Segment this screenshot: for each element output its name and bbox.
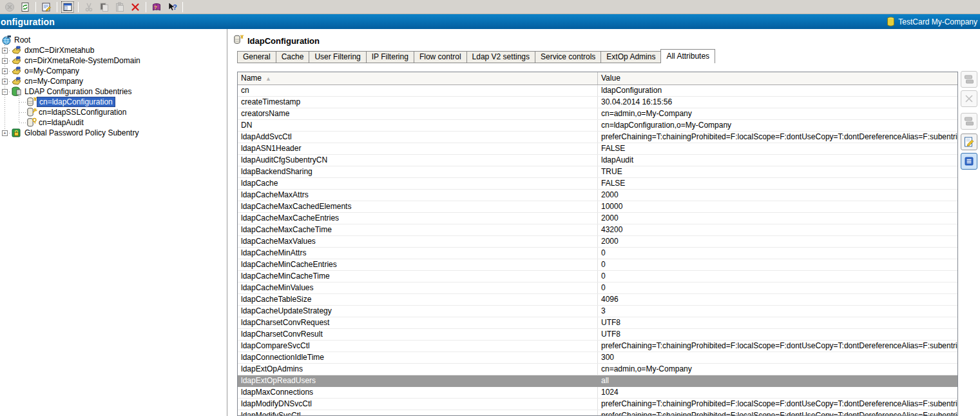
column-header-name[interactable]: Name▲ <box>238 72 598 84</box>
table-row[interactable]: ldapCacheMaxAttrs2000 <box>238 190 957 201</box>
attribute-name-cell: ldapCacheMinCacheTime <box>238 271 598 282</box>
domain-icon <box>11 66 22 76</box>
attribute-value-cell: UTF8 <box>598 317 957 328</box>
tab-cache[interactable]: Cache <box>276 51 310 63</box>
table-row[interactable]: ldapAuditCfgSubentryCNldapAudit <box>238 155 957 166</box>
table-row[interactable]: ldapCacheMinAttrs0 <box>238 248 957 259</box>
toolbar: ?? <box>0 0 980 14</box>
attribute-value-cell: cn=ldapConfiguration,o=My-Company <box>598 120 957 131</box>
attribute-value-cell: preferChaining=T:chainingProhibited=F:lo… <box>598 132 957 143</box>
table-row[interactable]: ldapCharsetConvRequestUTF8 <box>238 317 957 329</box>
table-row[interactable]: ldapCacheTableSize4096 <box>238 294 957 306</box>
table-row[interactable]: createTimestamp30.04.2014 16:15:56 <box>238 97 957 108</box>
help-book-icon: ? <box>151 2 162 12</box>
tab-ip-filtering[interactable]: IP Filtering <box>367 51 414 63</box>
table-row[interactable]: ldapCharsetConvResultUTF8 <box>238 329 957 341</box>
column-header-value[interactable]: Value <box>598 72 620 84</box>
table-row[interactable]: ldapCacheMinValues0 <box>238 282 957 294</box>
table-row[interactable]: cnldapConfiguration <box>238 85 957 97</box>
properties-button[interactable] <box>39 1 53 14</box>
table-row[interactable]: ldapModifyDNSvcCtlpreferChaining=T:chain… <box>238 399 957 410</box>
attribute-name-cell: ldapCompareSvcCtl <box>238 341 598 352</box>
delete-button[interactable] <box>128 1 142 14</box>
cut-button <box>82 1 96 14</box>
tab-flow-control[interactable]: Flow control <box>414 51 467 63</box>
table-row[interactable]: ldapCompareSvcCtlpreferChaining=T:chaini… <box>238 341 957 352</box>
table-row[interactable]: ldapCacheFALSE <box>238 178 957 190</box>
tab-user-filtering[interactable]: User Filtering <box>309 51 366 63</box>
table-row[interactable]: ldapCacheUpdateStrategy3 <box>238 306 957 317</box>
expander-plus-icon[interactable]: + <box>2 48 8 54</box>
attribute-name-cell: ldapAddSvcCtl <box>238 132 598 143</box>
root-icon <box>1 35 12 45</box>
tree-item-label: o=My-Company <box>23 66 81 76</box>
expander-plus-icon[interactable]: + <box>2 58 8 64</box>
copy-icon <box>99 2 110 12</box>
tree-item-global-password-policy-subentry[interactable]: +Global Password Policy Subentry <box>0 128 227 138</box>
tree-item-cn-ldapconfiguration[interactable]: cn=ldapConfiguration <box>0 97 227 107</box>
table-row[interactable]: ldapCacheMaxValues2000 <box>238 236 957 248</box>
tab-all-attributes[interactable]: All Attributes <box>660 49 715 63</box>
paste-icon <box>115 2 125 12</box>
expander-minus-icon[interactable]: − <box>2 89 8 95</box>
table-row[interactable]: ldapCacheMaxCacheTime43200 <box>238 224 957 236</box>
table-row[interactable]: ldapCacheMaxCacheEntries2000 <box>238 213 957 224</box>
attribute-value-cell: FALSE <box>598 178 957 189</box>
attribute-name-cell: ldapCharsetConvRequest <box>238 317 598 328</box>
table-row[interactable]: creatorsNamecn=admin,o=My-Company <box>238 108 957 120</box>
table-row[interactable]: ldapCacheMinCacheTime0 <box>238 271 957 282</box>
toolbar-separator <box>57 2 57 12</box>
tab-extop-admins[interactable]: ExtOp Admins <box>601 51 661 63</box>
attribute-name-cell: ldapCacheTableSize <box>238 294 598 305</box>
tree-item-o-my-company[interactable]: +o=My-Company <box>0 66 227 76</box>
details-icon <box>963 155 975 167</box>
tab-general[interactable]: General <box>237 51 276 63</box>
table-row[interactable]: ldapExtOpReadUsersall <box>238 375 957 387</box>
table-row[interactable]: ldapExtOpAdminscn=admin,o=My-Company <box>238 364 957 375</box>
table-row[interactable]: ldapASN1HeaderFALSE <box>238 143 957 155</box>
attribute-name-cell: ldapCache <box>238 178 598 189</box>
tree-item-cn-ldapsslconfiguration[interactable]: cn=ldapSSLConfiguration <box>0 107 227 117</box>
table-row[interactable]: ldapMaxConnections1024 <box>238 387 957 399</box>
tree-item-label: cn=My-Company <box>23 76 85 86</box>
cut-icon <box>84 2 94 12</box>
attribute-name-cell: ldapCacheMinAttrs <box>238 248 598 259</box>
toolbar-separator <box>182 2 183 12</box>
context-help-button[interactable]: ? <box>165 1 179 14</box>
rows-icon <box>963 74 975 85</box>
attribute-name-cell: ldapCacheMaxValues <box>238 236 598 247</box>
table-row[interactable]: ldapAddSvcCtlpreferChaining=T:chainingPr… <box>238 132 957 143</box>
tree-item-cn-ldapaudit[interactable]: cn=ldapAudit <box>0 117 227 128</box>
table-row[interactable]: DNcn=ldapConfiguration,o=My-Company <box>238 120 957 132</box>
tab-ldap-v2-settings[interactable]: Ldap V2 settings <box>467 51 535 63</box>
table-row[interactable]: ldapConnectionIdleTime300 <box>238 352 957 364</box>
details-view-button[interactable] <box>961 153 977 170</box>
window-layout-button[interactable] <box>61 1 75 14</box>
expander-plus-icon[interactable]: + <box>2 79 8 84</box>
tree-item-dxmc-dirxmetahub[interactable]: +dxmC=DirXmetahub <box>0 45 227 55</box>
tab-service-controls[interactable]: Service controls <box>535 51 601 63</box>
table-row[interactable]: ldapCacheMinCacheEntries0 <box>238 259 957 271</box>
help-book-button[interactable]: ? <box>149 1 164 14</box>
edit-attribute-button[interactable] <box>961 134 977 150</box>
disconnect-button <box>3 1 17 14</box>
attribute-name-cell: ldapCacheMinCacheEntries <box>238 259 598 270</box>
refresh-button[interactable] <box>18 1 32 14</box>
attribute-value-cell: 0 <box>598 259 957 270</box>
tree-item-ldap-configuration-subentries[interactable]: −LDAP Configuration Subentries <box>0 86 227 97</box>
expander-plus-icon[interactable]: + <box>2 130 8 136</box>
db-green-icon <box>11 86 22 97</box>
attribute-name-cell: ldapExtOpAdmins <box>238 364 598 375</box>
table-row[interactable]: ldapCacheMaxCachedElements10000 <box>238 201 957 213</box>
attribute-value-cell: preferChaining=T:chainingProhibited=F:lo… <box>598 410 957 416</box>
tree-item-cn-my-company[interactable]: +cn=My-Company <box>0 76 227 86</box>
tree-item-root[interactable]: Root <box>0 35 227 45</box>
attribute-value-cell: 43200 <box>598 224 957 235</box>
tree-item-cn-dirxmetarole-systemdomain[interactable]: +cn=DirXmetaRole-SystemDomain <box>0 55 227 66</box>
attribute-name-cell: ldapConnectionIdleTime <box>238 352 598 363</box>
expander-plus-icon[interactable]: + <box>2 68 8 74</box>
disconnect-icon <box>5 2 15 12</box>
table-row[interactable]: ldapModifySvcCtlpreferChaining=T:chainin… <box>238 410 957 416</box>
table-row[interactable]: ldapBackendSharingTRUE <box>238 166 957 178</box>
db-wrench-icon <box>26 107 37 117</box>
